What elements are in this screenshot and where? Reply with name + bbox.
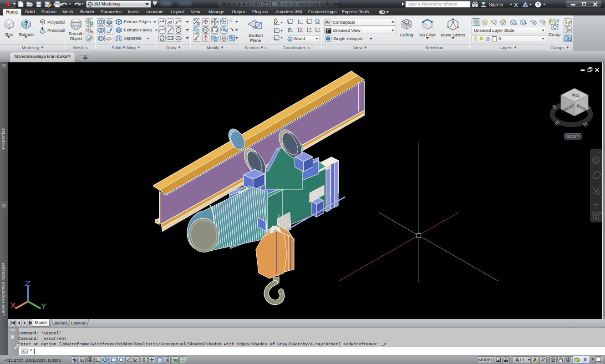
svg-text:z: z — [310, 27, 311, 30]
svg-text:X: X — [514, 1, 518, 8]
svg-text:1:1: 1:1 — [519, 358, 525, 362]
svg-text:Sign In: Sign In — [489, 2, 503, 7]
svg-text:?: ? — [537, 2, 539, 7]
svg-text:3: 3 — [318, 27, 320, 30]
svg-text:WCS: WCS — [567, 134, 576, 139]
